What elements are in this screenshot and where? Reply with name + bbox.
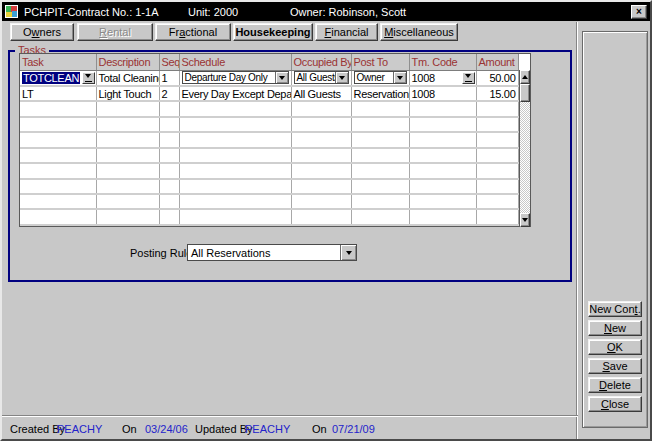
- cell-empty[interactable]: [20, 163, 96, 178]
- cell-empty[interactable]: [96, 117, 159, 132]
- cell-empty[interactable]: [476, 117, 518, 132]
- cell-empty[interactable]: [179, 117, 291, 132]
- cell-empty[interactable]: [291, 163, 351, 178]
- cell-empty[interactable]: [20, 148, 96, 163]
- cell-seq[interactable]: 2: [159, 86, 179, 101]
- cell-empty[interactable]: [351, 117, 409, 132]
- tab-miscellaneous[interactable]: Miscellaneous: [380, 23, 458, 41]
- cell-amount[interactable]: 15.00: [476, 86, 518, 101]
- cell-empty[interactable]: [291, 117, 351, 132]
- cell-empty[interactable]: [179, 132, 291, 147]
- cell-empty[interactable]: [96, 194, 159, 209]
- cell-empty[interactable]: [291, 179, 351, 194]
- tab-housekeeping[interactable]: Housekeeping: [233, 23, 313, 41]
- cell-empty[interactable]: [409, 194, 476, 209]
- cell-empty[interactable]: [20, 117, 96, 132]
- ok-button[interactable]: OK: [588, 339, 642, 355]
- cell-empty[interactable]: [20, 179, 96, 194]
- cell-empty[interactable]: [159, 179, 179, 194]
- cell-empty[interactable]: [409, 148, 476, 163]
- cell-occupied_by[interactable]: All Guests: [291, 70, 351, 86]
- cell-empty[interactable]: [96, 163, 159, 178]
- cell-empty[interactable]: [179, 101, 291, 116]
- cell-empty[interactable]: [179, 148, 291, 163]
- scrollbar-thumb[interactable]: [520, 84, 531, 102]
- cell-empty[interactable]: [159, 148, 179, 163]
- cell-empty[interactable]: [409, 179, 476, 194]
- cell-empty[interactable]: [179, 209, 291, 225]
- cell-tm_code[interactable]: 1008: [409, 70, 476, 86]
- cell-empty[interactable]: [20, 194, 96, 209]
- grid-vertical-scrollbar[interactable]: [519, 70, 531, 227]
- cell-post_to[interactable]: Owner: [351, 70, 409, 86]
- cell-seq[interactable]: 1: [159, 70, 179, 86]
- tab-rental[interactable]: Rental: [77, 23, 153, 41]
- cell-empty[interactable]: [291, 148, 351, 163]
- cell-empty[interactable]: [409, 163, 476, 178]
- cell-schedule[interactable]: Departure Day Only: [179, 70, 291, 86]
- cell-empty[interactable]: [351, 101, 409, 116]
- cell-empty[interactable]: [476, 148, 518, 163]
- scroll-down-icon[interactable]: [520, 213, 531, 227]
- tab-owners[interactable]: Owners: [10, 23, 74, 41]
- cell-empty[interactable]: [291, 132, 351, 147]
- cell-empty[interactable]: [476, 101, 518, 116]
- cell-empty[interactable]: [159, 209, 179, 225]
- cell-empty[interactable]: [159, 163, 179, 178]
- cell-empty[interactable]: [96, 148, 159, 163]
- cell-empty[interactable]: [159, 194, 179, 209]
- cell-empty[interactable]: [351, 194, 409, 209]
- cell-schedule[interactable]: Every Day Except Depart: [179, 86, 291, 101]
- new-button[interactable]: New: [588, 320, 642, 336]
- cell-empty[interactable]: [351, 209, 409, 225]
- cell-empty[interactable]: [96, 179, 159, 194]
- cell-empty[interactable]: [179, 163, 291, 178]
- cell-task[interactable]: LT: [20, 86, 96, 101]
- cell-empty[interactable]: [96, 132, 159, 147]
- posting-rule-combobox[interactable]: All Reservations: [187, 244, 357, 261]
- cell-empty[interactable]: [291, 209, 351, 225]
- scroll-up-icon[interactable]: [520, 70, 531, 84]
- close-button[interactable]: Close: [588, 396, 642, 412]
- cell-empty[interactable]: [20, 101, 96, 116]
- cell-task[interactable]: TOTCLEAN: [20, 70, 96, 86]
- cell-empty[interactable]: [159, 132, 179, 147]
- cell-empty[interactable]: [351, 132, 409, 147]
- close-icon[interactable]: ×: [631, 5, 647, 19]
- cell-description[interactable]: Light Touch: [96, 86, 159, 101]
- cell-empty[interactable]: [20, 209, 96, 225]
- drop-list-button[interactable]: [462, 72, 475, 84]
- cell-empty[interactable]: [409, 209, 476, 225]
- cell-empty[interactable]: [291, 101, 351, 116]
- tab-financial[interactable]: Financial: [315, 23, 378, 41]
- cell-empty[interactable]: [291, 194, 351, 209]
- chevron-down-icon[interactable]: [340, 245, 356, 260]
- schedule-combobox[interactable]: Departure Day Only: [182, 71, 289, 84]
- cell-empty[interactable]: [476, 209, 518, 225]
- cell-amount[interactable]: 50.00: [476, 70, 518, 86]
- chevron-down-icon[interactable]: [393, 72, 406, 83]
- cell-empty[interactable]: [476, 194, 518, 209]
- scrollbar-track[interactable]: [520, 102, 531, 213]
- cell-empty[interactable]: [476, 132, 518, 147]
- cell-empty[interactable]: [20, 132, 96, 147]
- cell-empty[interactable]: [409, 101, 476, 116]
- cell-empty[interactable]: [179, 179, 291, 194]
- cell-occupied_by[interactable]: All Guests: [291, 86, 351, 101]
- cell-empty[interactable]: [351, 179, 409, 194]
- cell-empty[interactable]: [96, 209, 159, 225]
- cell-post_to[interactable]: Reservation: [351, 86, 409, 101]
- post-to-combobox[interactable]: Owner: [354, 71, 407, 84]
- delete-button[interactable]: Delete: [588, 377, 642, 393]
- cell-empty[interactable]: [476, 179, 518, 194]
- cell-empty[interactable]: [351, 148, 409, 163]
- cell-description[interactable]: Total Cleaning: [96, 70, 159, 86]
- chevron-down-icon[interactable]: [335, 72, 348, 83]
- cell-empty[interactable]: [159, 101, 179, 116]
- chevron-down-icon[interactable]: [275, 72, 288, 83]
- cell-empty[interactable]: [96, 101, 159, 116]
- cell-empty[interactable]: [409, 132, 476, 147]
- cell-empty[interactable]: [476, 163, 518, 178]
- cell-empty[interactable]: [351, 163, 409, 178]
- cell-empty[interactable]: [409, 117, 476, 132]
